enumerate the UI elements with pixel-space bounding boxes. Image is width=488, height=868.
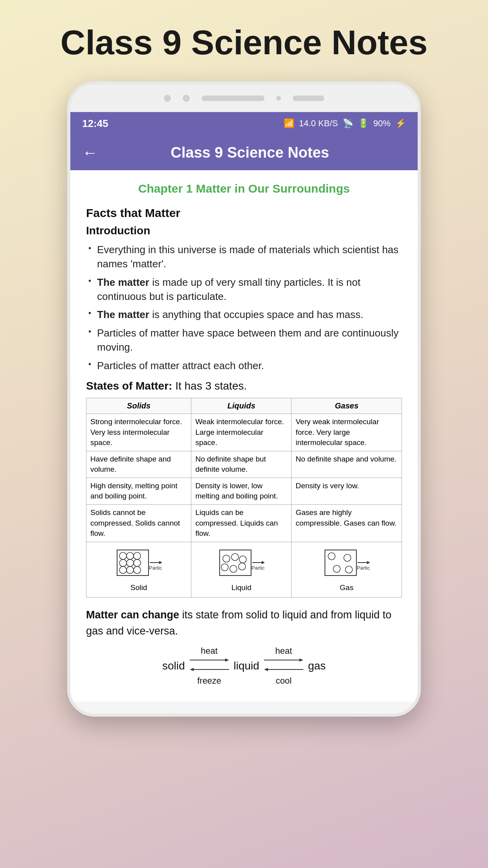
list-item: Everything in this universe is made of m… bbox=[86, 243, 402, 271]
liquid-diagram: Particle Liquid bbox=[195, 546, 287, 593]
cool-label: cool bbox=[276, 676, 292, 686]
gas-label: Gas bbox=[295, 583, 398, 593]
network-speed: 14.0 KB/S bbox=[299, 118, 338, 129]
section-heading: Facts that Matter bbox=[86, 206, 402, 220]
table-cell: Density is very low. bbox=[292, 478, 402, 504]
phase-diagram: solid heat fre bbox=[86, 646, 402, 686]
svg-point-5 bbox=[127, 559, 134, 566]
table-row: High density, melting point and boiling … bbox=[86, 478, 402, 504]
table-cell: No definite shape but definite volume. bbox=[191, 451, 292, 478]
svg-point-14 bbox=[223, 555, 230, 562]
table-row: Solids cannot be compressed. Solids cann… bbox=[86, 505, 402, 542]
table-diagram-row: Particle Solid bbox=[86, 542, 402, 597]
list-item: The matter is anything that occupies spa… bbox=[86, 307, 402, 322]
content-area: Chapter 1 Matter in Our Surroundings Fac… bbox=[70, 170, 418, 702]
solid-diagram: Particle Solid bbox=[90, 546, 187, 593]
chapter-title: Chapter 1 Matter in Our Surroundings bbox=[86, 182, 402, 195]
list-item: Particles of matter attract each other. bbox=[86, 359, 402, 373]
table-row: Have definite shape and volume. No defin… bbox=[86, 451, 402, 478]
table-cell: Have definite shape and volume. bbox=[86, 451, 191, 478]
svg-point-3 bbox=[134, 552, 141, 559]
solid-label: Solid bbox=[90, 583, 187, 593]
app-bar: ← Class 9 Science Notes bbox=[70, 135, 418, 170]
phone-bezel-top bbox=[70, 85, 418, 112]
svg-point-24 bbox=[328, 553, 335, 560]
phone-bezel-bottom bbox=[70, 702, 418, 714]
battery-icon: 🔋 bbox=[358, 118, 369, 129]
sub-heading: Introduction bbox=[86, 224, 402, 237]
charging-icon: ⚡ bbox=[395, 118, 406, 129]
heat-label-2: heat bbox=[275, 646, 292, 656]
bezel-dot-mid bbox=[183, 95, 190, 102]
table-cell-gas-diagram: Particle Gas bbox=[292, 542, 402, 597]
wifi-icon: 📡 bbox=[343, 118, 353, 129]
page-title-outer: Class 9 Science Notes 12:45 📶 14.0 KB/S … bbox=[0, 0, 488, 717]
svg-marker-32 bbox=[225, 658, 229, 662]
table-cell: High density, melting point and boiling … bbox=[86, 478, 191, 504]
table-cell: Density is lower, low melting and boilin… bbox=[191, 478, 292, 504]
matter-change-text: Matter can change its state from solid t… bbox=[86, 607, 402, 639]
svg-text:Particle: Particle bbox=[357, 565, 370, 571]
network-icon: 📶 bbox=[284, 118, 294, 129]
table-header-liquid: Liquids bbox=[191, 398, 292, 414]
svg-point-18 bbox=[230, 565, 237, 572]
svg-text:Particle: Particle bbox=[251, 565, 265, 571]
svg-marker-11 bbox=[159, 561, 162, 564]
app-bar-title: Class 9 Science Notes bbox=[110, 144, 406, 161]
svg-point-27 bbox=[345, 566, 352, 573]
battery-percent: 90% bbox=[373, 118, 391, 129]
table-cell: Very weak intermolecular force. Very lar… bbox=[292, 414, 402, 451]
svg-point-17 bbox=[221, 564, 228, 571]
svg-point-25 bbox=[344, 554, 351, 561]
states-heading: States of Matter: It has 3 states. bbox=[86, 380, 402, 392]
svg-marker-21 bbox=[262, 561, 265, 564]
svg-point-16 bbox=[239, 556, 246, 563]
table-cell-solid-diagram: Particle Solid bbox=[86, 542, 191, 597]
svg-text:Particle: Particle bbox=[149, 565, 162, 571]
page-main-title: Class 9 Science Notes bbox=[29, 0, 459, 81]
states-table: Solids Liquids Gases Strong intermolecul… bbox=[86, 398, 402, 598]
phase-liquid: liquid bbox=[234, 660, 259, 672]
status-icons: 📶 14.0 KB/S 📡 🔋 90% ⚡ bbox=[284, 118, 406, 129]
table-cell: Liquids can be compressed. Liquids can f… bbox=[191, 505, 292, 542]
status-bar: 12:45 📶 14.0 KB/S 📡 🔋 90% ⚡ bbox=[70, 112, 418, 135]
heat-label-1: heat bbox=[201, 646, 218, 656]
back-button[interactable]: ← bbox=[82, 144, 98, 162]
bezel-camera bbox=[293, 96, 324, 101]
svg-point-2 bbox=[127, 552, 134, 559]
table-cell: No definite shape and volume. bbox=[292, 451, 402, 478]
arrow-solid-liquid: heat freeze bbox=[190, 646, 229, 686]
liquid-label: Liquid bbox=[195, 583, 287, 593]
table-cell: Strong intermolecular force. Very less i… bbox=[86, 414, 191, 451]
svg-point-6 bbox=[134, 559, 141, 566]
svg-point-9 bbox=[134, 566, 141, 574]
arrow-back-2 bbox=[264, 666, 303, 675]
table-cell: Gases are highly compressible. Gases can… bbox=[292, 505, 402, 542]
arrow-forward-2 bbox=[264, 657, 303, 666]
svg-marker-29 bbox=[367, 561, 370, 564]
svg-point-1 bbox=[119, 552, 127, 559]
phase-solid: solid bbox=[162, 660, 185, 672]
arrow-forward-1 bbox=[190, 657, 229, 666]
status-time: 12:45 bbox=[82, 118, 108, 130]
arrow-back-1 bbox=[190, 666, 229, 675]
bezel-speaker bbox=[202, 96, 264, 101]
bezel-dot-left bbox=[164, 95, 171, 102]
intro-bullet-list: Everything in this universe is made of m… bbox=[86, 243, 402, 373]
svg-point-4 bbox=[119, 559, 127, 566]
phase-gas: gas bbox=[308, 660, 326, 672]
freeze-label: freeze bbox=[197, 676, 221, 686]
svg-point-7 bbox=[119, 566, 127, 574]
svg-point-26 bbox=[333, 565, 340, 572]
svg-point-8 bbox=[127, 566, 134, 574]
table-header-solid: Solids bbox=[86, 398, 191, 414]
arrow-liquid-gas: heat cool bbox=[264, 646, 303, 686]
table-cell: Weak intermolecular force. Large intermo… bbox=[191, 414, 292, 451]
svg-marker-34 bbox=[190, 668, 194, 671]
table-cell: Solids cannot be compressed. Solids cann… bbox=[86, 505, 191, 542]
table-cell-liquid-diagram: Particle Liquid bbox=[191, 542, 292, 597]
list-item: The matter is made up of very small tiny… bbox=[86, 275, 402, 304]
bezel-dot-small bbox=[276, 96, 281, 101]
table-row: Strong intermolecular force. Very less i… bbox=[86, 414, 402, 451]
gas-diagram: Particle Gas bbox=[295, 546, 398, 593]
